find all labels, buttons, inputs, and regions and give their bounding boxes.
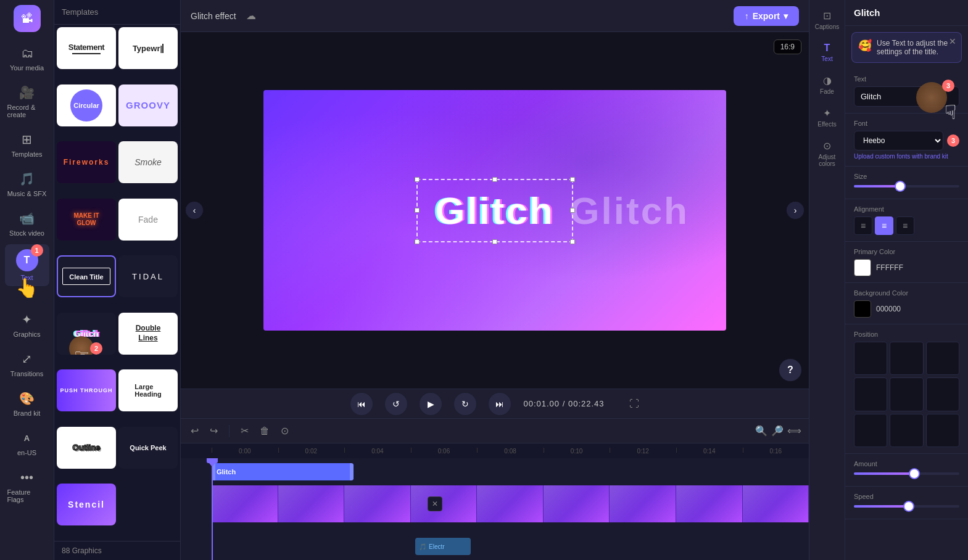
- fit-icon[interactable]: ⟺: [787, 425, 801, 437]
- glitch-echo-text: Glitch: [569, 189, 689, 233]
- fullscreen-button[interactable]: ⛶: [629, 398, 639, 410]
- size-slider-thumb[interactable]: [896, 182, 904, 191]
- clip-handle-right[interactable]: [350, 463, 354, 480]
- rewind-button[interactable]: ⏮: [350, 393, 373, 415]
- export-chevron-icon: ▾: [784, 11, 788, 21]
- primary-color-swatch[interactable]: [854, 259, 871, 276]
- split-icon[interactable]: ✕: [428, 496, 442, 511]
- cloud-save-icon[interactable]: ☁: [246, 10, 256, 22]
- speed-slider-thumb[interactable]: [904, 502, 913, 511]
- tab-fade[interactable]: ◑ Fade: [811, 70, 843, 100]
- sidebar-item-transitions[interactable]: ⤢ Transitions: [5, 345, 49, 382]
- tab-text[interactable]: T Text: [811, 38, 843, 67]
- text-selection-box[interactable]: Glitch: [416, 179, 573, 242]
- close-info-button[interactable]: ✕: [949, 36, 956, 46]
- zoom-out-icon[interactable]: 🔍: [755, 425, 767, 437]
- sidebar-item-language[interactable]: A en-US: [5, 424, 49, 461]
- pos-mid-center[interactable]: [890, 377, 923, 411]
- sidebar-item-feature-flags[interactable]: ••• Feature Flags: [5, 464, 49, 508]
- template-make-it-glow[interactable]: MAKE ITGLOW: [57, 199, 116, 241]
- template-fade[interactable]: Fade: [118, 199, 178, 241]
- aspect-ratio-badge[interactable]: 16:9: [774, 39, 801, 54]
- playhead[interactable]: [212, 458, 213, 560]
- sidebar-item-record-create[interactable]: 🎥 Record & create: [5, 79, 49, 123]
- handle-tm[interactable]: [492, 177, 497, 182]
- template-quick-peek[interactable]: Quick Peek: [118, 427, 178, 469]
- template-statement[interactable]: Statement: [57, 27, 116, 69]
- help-button[interactable]: ?: [779, 359, 801, 381]
- template-groovy[interactable]: GROOVY: [118, 84, 178, 126]
- pos-top-right[interactable]: [926, 342, 959, 375]
- tab-adjust-colors[interactable]: ⊙ Adjust colors: [811, 135, 843, 172]
- skip-button[interactable]: ⏭: [489, 393, 511, 415]
- template-clean-title[interactable]: Clean Title: [57, 255, 116, 297]
- copy-button[interactable]: ⊙: [278, 422, 291, 439]
- bg-color-swatch[interactable]: [854, 300, 871, 318]
- sidebar-item-text[interactable]: T 1 Text 👆: [5, 244, 49, 286]
- template-double-lines[interactable]: DoubleLines: [118, 313, 178, 355]
- glitch-clip[interactable]: Glitch: [212, 463, 354, 480]
- background-color-section: Background Color 000000: [845, 283, 968, 324]
- undo-button[interactable]: ↩: [188, 422, 201, 439]
- redo-button[interactable]: ↪: [207, 422, 220, 439]
- handle-bm[interactable]: [492, 239, 497, 244]
- video-thumb-3: [344, 485, 411, 522]
- play-button[interactable]: ▶: [420, 393, 442, 415]
- sidebar-item-brand-kit[interactable]: 🎨 Brand kit: [5, 385, 49, 422]
- align-right-button[interactable]: ≡: [896, 216, 914, 235]
- template-smoke[interactable]: Smoke: [118, 141, 178, 183]
- sidebar-item-label: Templates: [11, 150, 42, 158]
- pos-top-center[interactable]: [890, 342, 923, 375]
- template-glitch[interactable]: Glitch 2 ☞: [57, 313, 116, 355]
- align-center-button[interactable]: ≡: [875, 216, 893, 235]
- amount-slider[interactable]: [854, 472, 959, 475]
- sidebar-item-your-media[interactable]: 🗂 Your media: [5, 39, 49, 76]
- size-slider[interactable]: [854, 185, 959, 187]
- handle-ml[interactable]: [415, 208, 420, 213]
- upload-fonts-link[interactable]: Upload custom fonts with brand kit: [854, 153, 959, 160]
- export-button[interactable]: ↑ Export ▾: [734, 6, 799, 26]
- next-nav-arrow[interactable]: ›: [787, 202, 804, 219]
- font-row: Heebo 3: [854, 131, 959, 150]
- pos-bot-left[interactable]: [854, 414, 887, 447]
- handle-br[interactable]: [570, 239, 575, 244]
- sidebar-item-stock-video[interactable]: 📹 Stock video: [5, 205, 49, 242]
- template-typewriter[interactable]: Typewr|: [118, 27, 178, 69]
- forward-button[interactable]: ↻: [454, 393, 476, 415]
- cut-button[interactable]: ✂: [238, 422, 251, 439]
- pos-mid-left[interactable]: [854, 377, 887, 411]
- sidebar-item-label: Record & create: [7, 104, 47, 118]
- handle-bl[interactable]: [415, 239, 420, 244]
- sidebar-item-music-sfx[interactable]: 🎵 Music & SFX: [5, 165, 49, 202]
- handle-mr[interactable]: [570, 208, 575, 213]
- primary-color-section: Primary Color FFFFFF: [845, 242, 968, 283]
- audio-clip[interactable]: 🎵 Electr: [415, 538, 471, 555]
- pos-bot-center[interactable]: [890, 414, 923, 447]
- template-tidal[interactable]: TIDAL: [118, 255, 178, 297]
- sidebar-item-templates[interactable]: ⊞ Templates: [5, 126, 49, 163]
- zoom-in-icon[interactable]: 🔎: [771, 425, 784, 437]
- template-push-through[interactable]: PUSH THROUGH: [57, 369, 116, 411]
- pos-top-left[interactable]: [854, 342, 887, 375]
- sidebar-item-graphics[interactable]: ✦ Graphics: [5, 306, 49, 343]
- position-label: Position: [854, 331, 959, 338]
- pos-bot-right[interactable]: [926, 414, 959, 447]
- font-select[interactable]: Heebo: [854, 131, 943, 150]
- speed-slider[interactable]: [854, 505, 959, 508]
- delete-button[interactable]: 🗑: [257, 423, 272, 439]
- handle-tl[interactable]: [415, 177, 420, 182]
- handle-tr[interactable]: [570, 177, 575, 182]
- template-stencil[interactable]: Stencil: [57, 484, 116, 525]
- replay-button[interactable]: ↺: [385, 393, 407, 415]
- prev-nav-arrow[interactable]: ‹: [186, 202, 203, 219]
- template-fireworks[interactable]: Fireworks: [57, 141, 116, 183]
- align-left-button[interactable]: ≡: [854, 216, 872, 235]
- template-large-heading[interactable]: LargeHeading: [118, 369, 178, 411]
- pos-mid-right[interactable]: [926, 377, 959, 411]
- template-circular[interactable]: Circular: [57, 84, 116, 126]
- template-outline-shadow[interactable]: Outline: [57, 427, 116, 469]
- tab-captions[interactable]: ⊡ Captions: [811, 5, 843, 35]
- graphics-link[interactable]: 88 Graphics: [54, 541, 180, 560]
- amount-slider-thumb[interactable]: [910, 469, 919, 478]
- tab-effects[interactable]: ✦ Effects: [811, 102, 843, 133]
